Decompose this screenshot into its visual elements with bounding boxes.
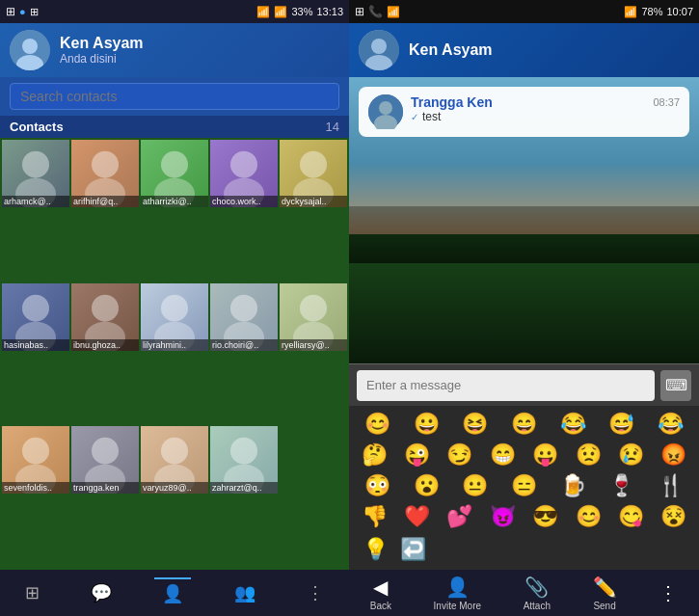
- keyboard-icon-button[interactable]: ⌨: [660, 370, 691, 401]
- attach-button[interactable]: 📎 Attach: [524, 576, 551, 611]
- contact-item[interactable]: choco.work..: [210, 140, 278, 207]
- more-nav[interactable]: ⋮: [299, 578, 332, 607]
- emoji-button[interactable]: 😋: [616, 502, 646, 531]
- contacts-count: 14: [326, 120, 339, 134]
- contact-label: choco.work..: [210, 196, 278, 207]
- emoji-button[interactable]: 💡: [361, 535, 390, 564]
- emoji-button[interactable]: 😁: [488, 441, 518, 469]
- phone-icon: 📞: [368, 5, 383, 18]
- more-button-right[interactable]: ⋮: [659, 581, 678, 604]
- contacts-nav[interactable]: 👤: [154, 577, 191, 608]
- emoji-row-1: 😊😀😆😄😂😅😂: [353, 410, 695, 439]
- left-status-right: 📶 📶 33% 13:13: [256, 6, 343, 18]
- svg-point-11: [300, 151, 327, 178]
- svg-point-3: [22, 151, 49, 178]
- emoji-button[interactable]: 😏: [444, 441, 474, 469]
- back-icon: ◀: [373, 576, 388, 599]
- battery-left: 33%: [291, 6, 312, 17]
- contact-item[interactable]: arhamck@..: [2, 140, 69, 207]
- bb-nav[interactable]: ⊞: [17, 578, 47, 607]
- emoji-button[interactable]: 😂: [558, 410, 588, 439]
- contacts-label: Contacts: [10, 120, 64, 134]
- profile-info-right: Ken Asyam: [409, 41, 493, 59]
- emoji-button[interactable]: 😡: [659, 441, 688, 469]
- emoji-row-3: 😳😮😐😑🍺🍷🍴: [353, 471, 695, 500]
- send-button[interactable]: ✏️ Send: [593, 576, 617, 611]
- message-input[interactable]: [357, 370, 655, 401]
- invite-icon: 👤: [445, 576, 470, 599]
- bottom-nav-right: ◀ Back 👤 Invite More 📎 Attach ✏️ Send ⋮: [349, 570, 699, 616]
- horizon-layer: [349, 206, 699, 263]
- contact-item[interactable]: ryelliarsy@..: [280, 283, 347, 351]
- emoji-button[interactable]: 😆: [460, 410, 490, 439]
- right-status-icons: ⊞ 📞 📶: [355, 5, 400, 18]
- svg-point-7: [161, 151, 188, 178]
- svg-point-25: [92, 438, 119, 465]
- contact-item[interactable]: arifhinf@q..: [71, 140, 139, 207]
- emoji-button[interactable]: 😵: [659, 502, 688, 531]
- right-panel: ⊞ 📞 📶 📶 78% 10:07 Ken Asyam: [349, 0, 699, 616]
- svg-point-21: [300, 294, 327, 321]
- emoji-button[interactable]: 😊: [574, 502, 604, 531]
- emoji-button[interactable]: 😅: [606, 410, 636, 439]
- groups-nav[interactable]: 👥: [227, 578, 263, 607]
- time-left: 13:13: [316, 6, 343, 17]
- emoji-button[interactable]: 💕: [444, 502, 474, 531]
- bubble-sender-name: Trangga Ken: [411, 94, 493, 110]
- contact-item[interactable]: lilyrahmini..: [141, 283, 208, 351]
- emoji-button[interactable]: 😑: [509, 471, 539, 500]
- emoji-button[interactable]: 😂: [656, 410, 686, 439]
- emoji-button[interactable]: 😛: [530, 441, 560, 469]
- bb-right-icon: ⊞: [355, 5, 364, 18]
- back-label: Back: [370, 601, 391, 611]
- svg-point-23: [22, 438, 49, 465]
- contact-item[interactable]: zahrarzt@q..: [210, 426, 278, 494]
- left-panel: ⊞ ● ⊞ 📶 📶 33% 13:13 Ken Asyam Anda disin…: [0, 0, 349, 616]
- bb-logo-icon: ⊞: [6, 5, 15, 18]
- emoji-button[interactable]: 🍷: [606, 471, 636, 500]
- contact-item[interactable]: varyuz89@..: [141, 426, 208, 494]
- contacts-bar: Contacts 14: [0, 116, 349, 138]
- back-button[interactable]: ◀ Back: [370, 576, 391, 611]
- emoji-button[interactable]: 🍺: [558, 471, 588, 500]
- chat-nav[interactable]: 💬: [83, 578, 120, 607]
- left-status-icons: ⊞ ● ⊞: [6, 5, 39, 18]
- emoji-button[interactable]: 😜: [402, 441, 432, 469]
- emoji-button[interactable]: 😎: [530, 502, 560, 531]
- emoji-button[interactable]: 🤔: [360, 441, 390, 469]
- emoji-button[interactable]: 😐: [460, 471, 490, 500]
- emoji-button[interactable]: 😢: [616, 441, 646, 469]
- emoji-button[interactable]: 😊: [363, 410, 392, 439]
- emoji-button[interactable]: 😀: [412, 410, 442, 439]
- contact-item[interactable]: sevenfoldis..: [2, 426, 69, 494]
- contact-item[interactable]: rio.choiri@..: [210, 283, 278, 351]
- emoji-button[interactable]: 😄: [509, 410, 539, 439]
- emoji-button[interactable]: 👎: [360, 502, 390, 531]
- bubble-content: Trangga Ken 08:37 ✓ test: [411, 94, 680, 123]
- emoji-button[interactable]: 😈: [488, 502, 518, 531]
- invite-more-button[interactable]: 👤 Invite More: [434, 576, 481, 611]
- chat-background: Trangga Ken 08:37 ✓ test: [349, 77, 699, 363]
- message-input-area: ⌨: [349, 363, 699, 406]
- bubble-avatar-svg: [368, 94, 403, 129]
- contact-item[interactable]: atharrizki@..: [141, 140, 208, 207]
- emoji-button[interactable]: 🍴: [656, 471, 686, 500]
- contact-item[interactable]: dyckysajal..: [280, 140, 347, 207]
- contact-item[interactable]: hasinabas..: [2, 283, 69, 351]
- search-bar: [0, 77, 349, 116]
- contact-label: lilyrahmini..: [141, 339, 208, 351]
- contact-label: arifhinf@q..: [71, 196, 139, 207]
- avatar-svg-left: [10, 30, 50, 70]
- emoji-row-4: 👎❤️💕😈😎😊😋😵: [353, 502, 695, 531]
- emoji-button[interactable]: 😳: [363, 471, 392, 500]
- search-input[interactable]: [10, 83, 339, 110]
- signal-right-icon: 📶: [624, 6, 637, 18]
- emoji-button[interactable]: ↩️: [398, 535, 428, 564]
- emoji-button[interactable]: ❤️: [402, 502, 432, 531]
- battery-right: 78%: [641, 6, 662, 17]
- contact-label: trangga.ken: [71, 482, 139, 494]
- contact-item[interactable]: ibnu.ghoza..: [71, 283, 139, 351]
- emoji-button[interactable]: 😟: [574, 441, 604, 469]
- emoji-button[interactable]: 😮: [412, 471, 442, 500]
- contact-item[interactable]: trangga.ken: [71, 426, 139, 494]
